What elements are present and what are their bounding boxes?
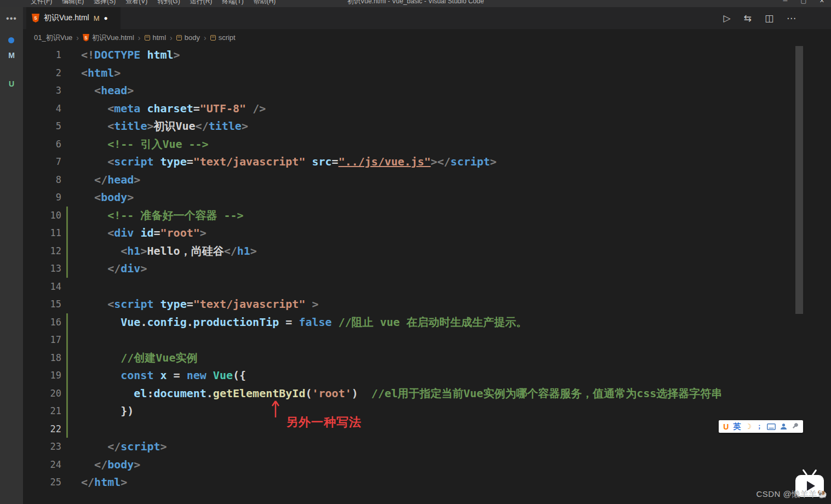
code-text[interactable]: </div> <box>81 260 831 278</box>
code-line[interactable]: 7 <script type="text/javascript" src="..… <box>23 153 831 171</box>
code-line[interactable]: 16 Vue.config.productionTip = false //阻止… <box>23 313 831 331</box>
code-text[interactable]: <div id="root"> <box>81 224 831 242</box>
menu-item[interactable]: 运行(R) <box>190 0 213 6</box>
code-text[interactable]: </body> <box>81 456 831 474</box>
breadcrumb-item[interactable]: body <box>176 33 200 42</box>
menu-item[interactable]: 文件(F) <box>31 0 52 6</box>
punctuation-toggle[interactable]: ； <box>756 422 763 431</box>
code-line[interactable]: 11 <div id="root"> <box>23 224 831 242</box>
code-line[interactable]: 9 <body> <box>23 188 831 207</box>
code-text[interactable]: <title>初识Vue</title> <box>81 117 831 135</box>
ime-language-toggle[interactable]: 英 <box>733 422 741 432</box>
line-number[interactable]: 23 <box>23 441 65 452</box>
code-line[interactable]: 24 </body> <box>23 456 831 474</box>
keyboard-icon[interactable] <box>767 423 776 430</box>
line-number[interactable]: 1 <box>23 49 65 60</box>
line-number[interactable]: 6 <box>23 139 65 150</box>
code-text[interactable]: </head> <box>81 171 831 189</box>
more-actions-button[interactable]: ⋯ <box>787 13 796 24</box>
scrollbar-thumb[interactable] <box>795 46 803 314</box>
line-number[interactable]: 18 <box>23 352 65 363</box>
menu-item[interactable]: 帮助(H) <box>254 0 276 6</box>
breadcrumb-item[interactable]: script <box>210 33 236 42</box>
code-text[interactable]: </html> <box>81 473 831 491</box>
line-number[interactable]: 2 <box>23 67 65 78</box>
code-editor[interactable]: 1<!DOCTYPE html>2<html>3 <head>4 <meta c… <box>23 46 831 504</box>
code-text[interactable]: const x = new Vue({ <box>81 366 831 385</box>
menu-item[interactable]: 选择(S) <box>94 0 116 6</box>
ime-toolbar[interactable]: U 英 ☽ ； <box>719 420 803 433</box>
code-line[interactable]: 13 </div> <box>23 260 831 278</box>
code-line[interactable]: 1<!DOCTYPE html> <box>23 46 831 64</box>
close-button[interactable]: ✕ <box>819 0 824 4</box>
line-number[interactable]: 3 <box>23 85 65 96</box>
code-text[interactable]: <html> <box>81 64 831 82</box>
code-text[interactable]: <h1>Hello，尚硅谷</h1> <box>81 242 831 260</box>
code-line[interactable]: 22 <box>23 420 831 438</box>
code-line[interactable]: 19 const x = new Vue({ <box>23 366 831 385</box>
line-number[interactable]: 19 <box>23 370 65 381</box>
code-text[interactable]: Vue.config.productionTip = false //阻止 vu… <box>81 313 831 331</box>
code-line[interactable]: 21 }) <box>23 402 831 420</box>
line-number[interactable]: 12 <box>23 245 65 256</box>
line-number[interactable]: 14 <box>23 281 65 292</box>
line-number[interactable]: 20 <box>23 388 65 399</box>
code-text[interactable]: </script> <box>81 438 831 456</box>
code-text[interactable]: <script type="text/javascript" > <box>81 295 831 313</box>
code-text[interactable]: }) <box>81 402 831 420</box>
line-number[interactable]: 24 <box>23 459 65 470</box>
code-text[interactable]: <!-- 引入Vue --> <box>81 135 831 153</box>
code-line[interactable]: 20 el:document.getElementById('root') //… <box>23 385 831 403</box>
line-number[interactable]: 17 <box>23 334 65 345</box>
code-line[interactable]: 8 </head> <box>23 171 831 189</box>
code-line[interactable]: 23 </script> <box>23 438 831 456</box>
open-changes-button[interactable]: ⇆ <box>744 13 752 24</box>
maximize-button[interactable]: ▢ <box>800 0 806 4</box>
line-number[interactable]: 15 <box>23 299 65 310</box>
menu-item[interactable]: 转到(G) <box>157 0 180 6</box>
minimize-button[interactable]: ─ <box>783 0 788 4</box>
moon-icon[interactable]: ☽ <box>745 422 752 431</box>
code-line[interactable]: 6 <!-- 引入Vue --> <box>23 135 831 153</box>
code-line[interactable]: 14 <box>23 278 831 296</box>
code-text[interactable]: <head> <box>81 82 831 100</box>
line-number[interactable]: 21 <box>23 405 65 416</box>
tab-file[interactable]: 初识Vue.html M ● <box>26 7 121 29</box>
code-line[interactable]: 18 //创建Vue实例 <box>23 349 831 367</box>
more-actions-icon[interactable]: ••• <box>0 14 23 24</box>
line-number[interactable]: 7 <box>23 156 65 167</box>
ime-logo-icon[interactable]: U <box>723 422 729 431</box>
code-text[interactable]: el:document.getElementById('root') //el用… <box>81 385 831 403</box>
breadcrumb-item[interactable]: html <box>145 33 167 42</box>
user-icon[interactable] <box>780 423 787 430</box>
code-text[interactable]: <!DOCTYPE html> <box>81 46 831 64</box>
code-line[interactable]: 15 <script type="text/javascript" > <box>23 295 831 313</box>
code-line[interactable]: 5 <title>初识Vue</title> <box>23 117 831 135</box>
code-text[interactable]: //创建Vue实例 <box>81 349 831 367</box>
menu-item[interactable]: 编辑(E) <box>62 0 84 6</box>
code-text[interactable]: <!-- 准备好一个容器 --> <box>81 207 831 225</box>
line-number[interactable]: 8 <box>23 174 65 185</box>
line-number[interactable]: 10 <box>23 210 65 221</box>
menu-item[interactable]: 查看(V) <box>125 0 147 6</box>
run-button[interactable]: ▷ <box>724 13 731 24</box>
line-number[interactable]: 16 <box>23 317 65 328</box>
line-number[interactable]: 5 <box>23 121 65 131</box>
code-text[interactable]: <meta charset="UTF-8" /> <box>81 100 831 118</box>
code-line[interactable]: 10 <!-- 准备好一个容器 --> <box>23 207 831 225</box>
code-line[interactable]: 25</html> <box>23 473 831 491</box>
line-number[interactable]: 25 <box>23 477 65 488</box>
line-number[interactable]: 13 <box>23 263 65 274</box>
wrench-icon[interactable] <box>792 423 799 430</box>
line-number[interactable]: 4 <box>23 103 65 114</box>
code-line[interactable]: 17 <box>23 331 831 349</box>
line-number[interactable]: 11 <box>23 227 65 238</box>
menu-item[interactable]: 终端(T) <box>222 0 243 6</box>
breadcrumb-item[interactable]: 01_初识Vue <box>34 33 72 43</box>
code-text[interactable]: <script type="text/javascript" src="../j… <box>81 153 831 171</box>
code-text[interactable]: <body> <box>81 188 831 207</box>
code-line[interactable]: 4 <meta charset="UTF-8" /> <box>23 100 831 118</box>
code-line[interactable]: 2<html> <box>23 64 831 82</box>
line-number[interactable]: 22 <box>23 423 65 434</box>
breadcrumb-item[interactable]: 初识Vue.html <box>83 33 134 43</box>
